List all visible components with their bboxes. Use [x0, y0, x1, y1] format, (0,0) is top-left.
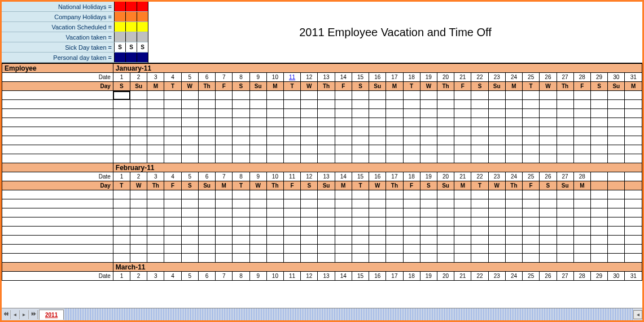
- vacation-cell[interactable]: [437, 199, 454, 208]
- vacation-cell[interactable]: [198, 145, 215, 154]
- vacation-cell[interactable]: [420, 227, 437, 236]
- vacation-cell[interactable]: [113, 208, 130, 217]
- date-cell[interactable]: 18: [403, 272, 420, 281]
- vacation-cell[interactable]: [249, 254, 266, 263]
- vacation-cell[interactable]: [216, 245, 233, 254]
- vacation-cell[interactable]: [301, 136, 318, 145]
- vacation-cell[interactable]: [540, 208, 557, 217]
- vacation-cell[interactable]: [488, 100, 505, 109]
- vacation-cell[interactable]: [540, 145, 557, 154]
- vacation-cell[interactable]: [573, 154, 590, 163]
- vacation-cell[interactable]: [113, 109, 130, 118]
- vacation-cell[interactable]: [573, 199, 590, 208]
- vacation-cell[interactable]: [523, 91, 540, 100]
- vacation-cell[interactable]: [216, 208, 233, 217]
- calendar-grid[interactable]: EmployeeJanuary-11Date123456789101112131…: [2, 63, 642, 298]
- vacation-cell[interactable]: [318, 227, 335, 236]
- vacation-cell[interactable]: [113, 154, 130, 163]
- date-cell[interactable]: 21: [454, 172, 471, 181]
- vacation-cell[interactable]: [233, 127, 249, 136]
- date-cell[interactable]: 2: [130, 172, 147, 181]
- vacation-cell[interactable]: [625, 227, 642, 236]
- date-cell[interactable]: 3: [147, 73, 164, 82]
- vacation-cell[interactable]: [266, 208, 283, 217]
- day-cell[interactable]: T: [471, 181, 488, 190]
- vacation-cell[interactable]: [403, 109, 420, 118]
- date-cell[interactable]: 8: [233, 172, 249, 181]
- vacation-cell[interactable]: [266, 118, 283, 127]
- vacation-cell[interactable]: [540, 199, 557, 208]
- vacation-cell[interactable]: [625, 217, 642, 227]
- vacation-cell[interactable]: [284, 91, 301, 100]
- vacation-cell[interactable]: [505, 208, 522, 217]
- vacation-cell[interactable]: [403, 236, 420, 245]
- date-cell[interactable]: 13: [318, 272, 335, 281]
- vacation-cell[interactable]: [284, 190, 301, 199]
- vacation-cell[interactable]: [198, 217, 215, 227]
- date-cell[interactable]: 17: [386, 172, 403, 181]
- date-cell[interactable]: 22: [471, 272, 488, 281]
- vacation-cell[interactable]: [608, 208, 625, 217]
- vacation-cell[interactable]: [608, 190, 625, 199]
- sheet-tab-2011[interactable]: 2011: [39, 310, 64, 320]
- date-cell[interactable]: 24: [505, 172, 522, 181]
- vacation-cell[interactable]: [147, 190, 164, 199]
- date-cell[interactable]: 15: [352, 172, 369, 181]
- vacation-cell[interactable]: [437, 118, 454, 127]
- vacation-cell[interactable]: [625, 118, 642, 127]
- vacation-cell[interactable]: [130, 136, 147, 145]
- vacation-cell[interactable]: [403, 154, 420, 163]
- day-cell[interactable]: T: [523, 82, 540, 91]
- vacation-cell[interactable]: [301, 109, 318, 118]
- vacation-cell[interactable]: [301, 254, 318, 263]
- vacation-cell[interactable]: [249, 109, 266, 118]
- vacation-cell[interactable]: [198, 254, 215, 263]
- date-cell[interactable]: 20: [437, 272, 454, 281]
- vacation-cell[interactable]: [471, 118, 488, 127]
- date-cell[interactable]: 19: [420, 73, 437, 82]
- vacation-cell[interactable]: [573, 254, 590, 263]
- vacation-cell[interactable]: [335, 154, 352, 163]
- day-cell[interactable]: W: [249, 181, 266, 190]
- vacation-cell[interactable]: [625, 127, 642, 136]
- vacation-cell[interactable]: [625, 100, 642, 109]
- vacation-cell[interactable]: [437, 109, 454, 118]
- vacation-cell[interactable]: [403, 118, 420, 127]
- vacation-cell[interactable]: [113, 254, 130, 263]
- vacation-cell[interactable]: [284, 217, 301, 227]
- vacation-cell[interactable]: [301, 236, 318, 245]
- vacation-cell[interactable]: [113, 136, 130, 145]
- day-cell[interactable]: Th: [198, 82, 215, 91]
- date-cell[interactable]: 3: [147, 272, 164, 281]
- vacation-cell[interactable]: [608, 254, 625, 263]
- vacation-cell[interactable]: [233, 154, 249, 163]
- day-cell[interactable]: Th: [147, 181, 164, 190]
- vacation-cell[interactable]: [233, 236, 249, 245]
- vacation-cell[interactable]: [625, 208, 642, 217]
- vacation-cell[interactable]: [386, 227, 403, 236]
- vacation-cell[interactable]: [147, 91, 164, 100]
- vacation-cell[interactable]: [369, 127, 386, 136]
- date-cell[interactable]: 11: [284, 272, 301, 281]
- vacation-cell[interactable]: [318, 145, 335, 154]
- vacation-cell[interactable]: [216, 118, 233, 127]
- vacation-cell[interactable]: [625, 199, 642, 208]
- day-cell[interactable]: Su: [608, 82, 625, 91]
- vacation-cell[interactable]: [505, 100, 522, 109]
- vacation-cell[interactable]: [266, 190, 283, 199]
- day-cell[interactable]: M: [335, 181, 352, 190]
- vacation-cell[interactable]: [369, 190, 386, 199]
- vacation-cell[interactable]: [181, 100, 198, 109]
- vacation-cell[interactable]: [403, 190, 420, 199]
- vacation-cell[interactable]: [164, 136, 181, 145]
- date-cell[interactable]: 25: [523, 73, 540, 82]
- vacation-cell[interactable]: [454, 199, 471, 208]
- vacation-cell[interactable]: [335, 91, 352, 100]
- employee-cell[interactable]: [2, 190, 113, 199]
- date-cell[interactable]: 2: [130, 73, 147, 82]
- vacation-cell[interactable]: [198, 127, 215, 136]
- vacation-cell[interactable]: [130, 190, 147, 199]
- vacation-cell[interactable]: [233, 254, 249, 263]
- vacation-cell[interactable]: [488, 208, 505, 217]
- vacation-cell[interactable]: [318, 109, 335, 118]
